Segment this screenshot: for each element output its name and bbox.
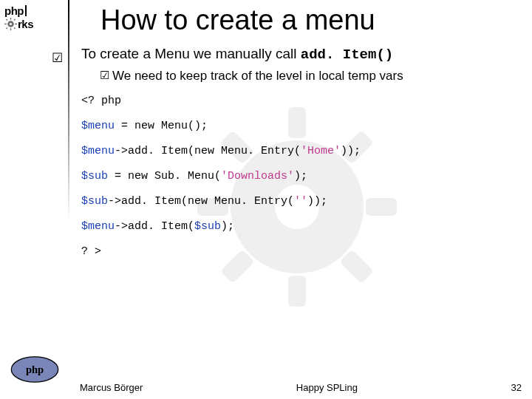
svg-rect-7: [6, 27, 8, 30]
svg-point-9: [10, 23, 12, 25]
brand-line1: php: [4, 4, 65, 18]
brand-works: rks: [18, 18, 33, 30]
code-line: $sub = new Sub. Menu('Downloads');: [81, 167, 523, 186]
svg-rect-12: [288, 276, 306, 307]
svg-rect-2: [10, 28, 11, 30]
svg-rect-8: [14, 27, 16, 30]
footer-page: 32: [511, 382, 522, 393]
brand-divider: [25, 5, 27, 16]
svg-rect-6: [14, 19, 16, 21]
slide: php rks ☑: [0, 0, 532, 399]
php-logo-icon: php: [10, 355, 59, 384]
bullet-check-icon: ☑: [50, 50, 64, 66]
svg-rect-3: [4, 24, 7, 24]
brand: php rks: [0, 0, 68, 33]
code-line: $sub->add. Item(new Menu. Entry(''));: [81, 192, 523, 211]
bullet-1: To create a Menu we manually call add. I…: [81, 45, 523, 84]
brand-php: php: [4, 4, 24, 17]
svg-rect-4: [15, 24, 17, 24]
bullet-2-text: We need to keep track of the level in lo…: [112, 68, 403, 84]
main: How to create a menu To create a Menu we…: [68, 0, 532, 399]
svg-rect-1: [10, 18, 11, 20]
gear-icon: [4, 18, 17, 30]
brand-line2: rks: [4, 18, 65, 30]
svg-text:php: php: [26, 364, 44, 375]
footer-author: Marcus Börger: [80, 382, 143, 393]
bullet-1-pre: To create a Menu we manually call: [81, 46, 301, 61]
bullet-1-text: To create a Menu we manually call add. I…: [81, 46, 393, 61]
code-line: ? >: [81, 242, 523, 262]
bullet-2: ☑ We need to keep track of the level in …: [98, 68, 523, 84]
sub-check-icon: ☑: [98, 68, 111, 83]
code-line: $menu = new Menu();: [81, 117, 523, 136]
slide-title: How to create a menu: [100, 4, 523, 36]
bullet-1-mono: add. Item(): [301, 47, 393, 63]
footer: Marcus Börger Happy SPLing 32: [0, 382, 532, 393]
code-line: $menu->add. Item(new Menu. Entry('Home')…: [81, 142, 523, 161]
svg-rect-5: [6, 19, 8, 21]
footer-center: Happy SPLing: [143, 382, 511, 393]
code-line: $menu->add. Item($sub);: [81, 217, 523, 236]
code-line: <? php: [81, 92, 523, 111]
code-block: <? php $menu = new Menu(); $menu->add. I…: [81, 92, 523, 262]
